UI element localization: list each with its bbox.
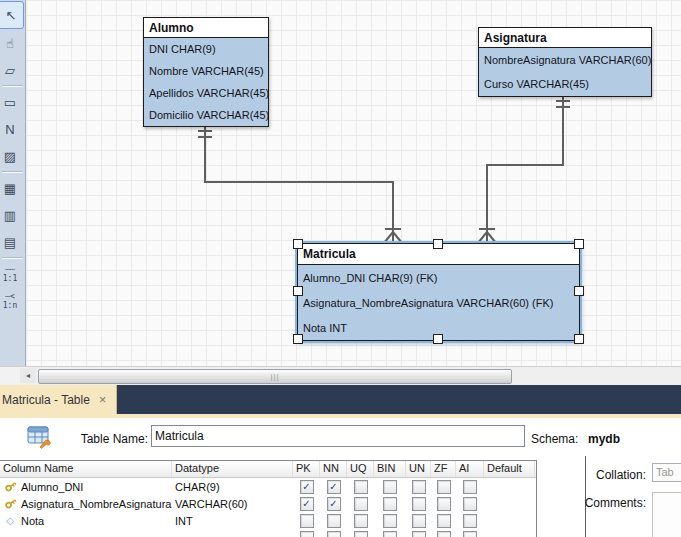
- uq-checkbox[interactable]: [354, 497, 368, 511]
- scrollbar-thumb[interactable]: |||: [38, 369, 512, 384]
- column-diamond-icon: ◇: [3, 515, 17, 526]
- un-checkbox[interactable]: [412, 531, 426, 537]
- uq-checkbox[interactable]: [354, 531, 368, 537]
- pk-checkbox[interactable]: ✓: [300, 480, 314, 494]
- toolbar-separator: [2, 85, 23, 87]
- datatype-cell[interactable]: [172, 529, 293, 537]
- nn-checkbox[interactable]: ✓: [327, 480, 341, 494]
- layer-tool-icon[interactable]: ▭: [0, 89, 22, 115]
- comments-textarea[interactable]: [652, 492, 681, 537]
- header-column-name[interactable]: Column Name: [0, 461, 172, 477]
- view-tool-icon[interactable]: ▥: [0, 202, 22, 228]
- bin-checkbox[interactable]: [383, 531, 397, 537]
- column-name-cell[interactable]: [0, 529, 172, 537]
- table-tool-icon[interactable]: ▦: [0, 175, 22, 201]
- zf-checkbox[interactable]: [437, 480, 451, 494]
- columns-grid-header: Column Name Datatype PK NN UQ BIN UN ZF …: [0, 461, 536, 478]
- columns-grid: Column Name Datatype PK NN UQ BIN UN ZF …: [0, 460, 537, 537]
- bin-checkbox[interactable]: [383, 497, 397, 511]
- pk-checkbox[interactable]: [300, 514, 314, 528]
- column-row[interactable]: Alumno_DNICHAR(9)✓✓: [0, 478, 536, 495]
- header-un[interactable]: UN: [406, 461, 431, 477]
- table-name-input[interactable]: [151, 425, 525, 447]
- selection-handle[interactable]: [293, 286, 303, 296]
- rel-1-n-tool-icon[interactable]: ┄<1:n: [0, 288, 22, 314]
- diagram-canvas[interactable]: AlumnoDNI CHAR(9)Nombre VARCHAR(45)Apell…: [26, 0, 681, 366]
- datatype-cell[interactable]: VARCHAR(60): [172, 495, 293, 512]
- pk-checkbox[interactable]: [300, 531, 314, 537]
- column-name-cell[interactable]: ◇Nota: [0, 512, 172, 529]
- column-row[interactable]: Asignatura_NombreAsignaturaVARCHAR(60)✓✓: [0, 495, 536, 512]
- uq-checkbox[interactable]: [354, 480, 368, 494]
- bin-checkbox[interactable]: [383, 480, 397, 494]
- default-cell[interactable]: [484, 495, 535, 512]
- header-zf[interactable]: ZF: [431, 461, 456, 477]
- table-title: Asignatura: [479, 28, 651, 48]
- routine-group-tool-icon[interactable]: ▤: [0, 229, 22, 255]
- selection-handle[interactable]: [574, 239, 584, 249]
- rel-1-1-tool-icon[interactable]: ┄┄1:1: [0, 261, 22, 287]
- ai-checkbox[interactable]: [463, 497, 477, 511]
- ai-checkbox[interactable]: [463, 531, 477, 537]
- selection-handle[interactable]: [293, 334, 303, 344]
- column-row[interactable]: [0, 529, 536, 537]
- zf-checkbox[interactable]: [437, 531, 451, 537]
- column-row[interactable]: ◇NotaINT: [0, 512, 536, 529]
- collation-label: Collation:: [556, 468, 646, 482]
- un-checkbox[interactable]: [412, 514, 426, 528]
- select-tool-icon[interactable]: ↖: [0, 1, 24, 29]
- un-checkbox[interactable]: [412, 497, 426, 511]
- primary-key-icon: [3, 497, 17, 510]
- nn-checkbox[interactable]: [327, 514, 341, 528]
- schema-label: Schema:: [531, 432, 578, 446]
- table-column: Nombre VARCHAR(45): [144, 60, 268, 82]
- header-default[interactable]: Default: [484, 461, 535, 477]
- diagram-table-matricula[interactable]: MatriculaAlumno_DNI CHAR(9) (FK)Asignatu…: [297, 243, 580, 341]
- uq-checkbox[interactable]: [354, 514, 368, 528]
- header-pk[interactable]: PK: [293, 461, 320, 477]
- selection-handle[interactable]: [574, 286, 584, 296]
- default-cell[interactable]: [484, 478, 535, 495]
- tab-close-icon[interactable]: ×: [99, 392, 107, 407]
- selection-handle[interactable]: [293, 239, 303, 249]
- header-nn[interactable]: NN: [320, 461, 347, 477]
- horizontal-scrollbar[interactable]: ◂ |||: [0, 366, 681, 385]
- header-uq[interactable]: UQ: [347, 461, 374, 477]
- collation-select[interactable]: Tab: [652, 463, 681, 482]
- datatype-cell[interactable]: CHAR(9): [172, 478, 293, 495]
- selection-handle[interactable]: [433, 239, 443, 249]
- zf-checkbox[interactable]: [437, 497, 451, 511]
- selection-handle[interactable]: [433, 334, 443, 344]
- tab-matricula-table[interactable]: Matricula - Table ×: [0, 385, 117, 414]
- tab-label: Matricula - Table: [2, 393, 90, 407]
- nn-checkbox[interactable]: [327, 531, 341, 537]
- default-cell[interactable]: [484, 512, 535, 529]
- table-column: Curso VARCHAR(45): [479, 72, 651, 96]
- note-tool-icon[interactable]: N: [0, 116, 22, 142]
- eer-diagram-area: AlumnoDNI CHAR(9)Nombre VARCHAR(45)Apell…: [0, 0, 681, 366]
- table-column: DNI CHAR(9): [144, 38, 268, 60]
- column-name-cell[interactable]: Alumno_DNI: [0, 478, 172, 495]
- default-cell[interactable]: [484, 529, 535, 537]
- ai-checkbox[interactable]: [463, 480, 477, 494]
- ai-checkbox[interactable]: [463, 514, 477, 528]
- pan-tool-icon[interactable]: ☝: [0, 30, 22, 56]
- nn-checkbox[interactable]: ✓: [327, 497, 341, 511]
- mysql-workbench-window: AlumnoDNI CHAR(9)Nombre VARCHAR(45)Apell…: [0, 0, 681, 537]
- bin-checkbox[interactable]: [383, 514, 397, 528]
- header-datatype[interactable]: Datatype: [172, 461, 293, 477]
- zf-checkbox[interactable]: [437, 514, 451, 528]
- column-name-cell[interactable]: Asignatura_NombreAsignatura: [0, 495, 172, 512]
- datatype-cell[interactable]: INT: [172, 512, 293, 529]
- selection-handle[interactable]: [574, 334, 584, 344]
- scroll-left-arrow-icon[interactable]: ◂: [20, 368, 36, 383]
- image-tool-icon[interactable]: ▨: [0, 143, 22, 169]
- header-ai[interactable]: AI: [456, 461, 484, 477]
- eraser-tool-icon[interactable]: ▱: [0, 57, 22, 83]
- pk-checkbox[interactable]: ✓: [300, 497, 314, 511]
- diagram-table-alumno[interactable]: AlumnoDNI CHAR(9)Nombre VARCHAR(45)Apell…: [143, 17, 269, 127]
- header-bin[interactable]: BIN: [374, 461, 406, 477]
- scrollbar-corner: [0, 367, 20, 385]
- diagram-table-asignatura[interactable]: AsignaturaNombreAsignatura VARCHAR(60)Cu…: [478, 27, 652, 97]
- un-checkbox[interactable]: [412, 480, 426, 494]
